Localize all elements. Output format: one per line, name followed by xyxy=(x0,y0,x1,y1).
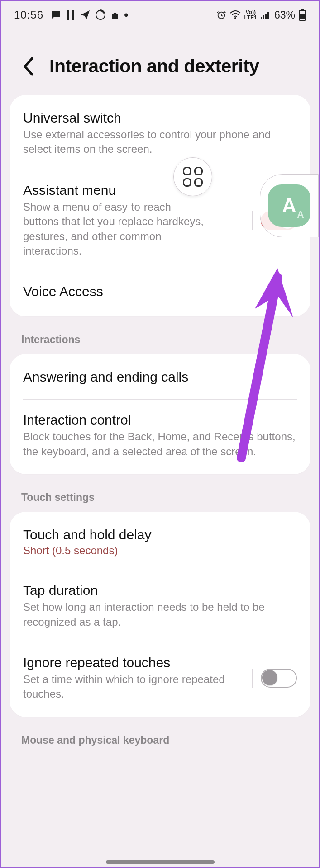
assistant-a-icon: AA xyxy=(268,184,310,227)
pause-icon xyxy=(66,10,75,20)
alarm-icon xyxy=(216,10,226,20)
status-left: 10:56 • xyxy=(14,9,129,21)
touch-hold-title: Touch and hold delay xyxy=(23,527,297,542)
ignore-repeated-title: Ignore repeated touches xyxy=(23,655,246,670)
page-title: Interaction and dexterity xyxy=(49,56,259,77)
signal-icon xyxy=(261,10,271,19)
interaction-control-sub: Block touches for the Back, Home, and Re… xyxy=(23,429,297,459)
section-interactions: Interactions xyxy=(1,316,319,354)
row-voice-access[interactable]: Voice Access xyxy=(10,271,310,314)
floating-assistant-button[interactable]: AA xyxy=(260,174,319,237)
floating-apps-icon[interactable] xyxy=(173,157,212,196)
ignore-repeated-sub: Set a time within which to ignore repeat… xyxy=(23,672,246,702)
svg-rect-6 xyxy=(263,15,264,19)
universal-switch-sub: Use external accessories to control your… xyxy=(23,127,297,157)
answering-calls-title: Answering and ending calls xyxy=(23,369,297,385)
wifi-icon xyxy=(230,10,241,19)
row-interaction-control[interactable]: Interaction control Block touches for th… xyxy=(10,400,310,472)
back-button[interactable] xyxy=(19,57,38,75)
universal-switch-title: Universal switch xyxy=(23,110,297,126)
section-mouse-keyboard: Mouse and physical keyboard xyxy=(1,717,319,746)
svg-rect-8 xyxy=(267,12,269,19)
battery-percent: 63% xyxy=(274,9,295,21)
row-tap-duration[interactable]: Tap duration Set how long an interaction… xyxy=(10,570,310,642)
page-header: Interaction and dexterity xyxy=(1,28,319,95)
svg-rect-5 xyxy=(261,17,262,19)
assistant-menu-title: Assistant menu xyxy=(23,183,246,198)
group-touch-settings: Touch and hold delay Short (0.5 seconds)… xyxy=(10,512,310,717)
assistant-menu-sub: Show a menu of easy-to-reach buttons tha… xyxy=(23,200,204,259)
svg-rect-0 xyxy=(67,10,69,20)
data-saver-icon xyxy=(95,9,106,20)
row-answering-calls[interactable]: Answering and ending calls xyxy=(10,357,310,399)
svg-rect-1 xyxy=(72,10,74,20)
paper-plane-icon xyxy=(80,9,91,20)
interaction-control-title: Interaction control xyxy=(23,412,297,428)
status-time: 10:56 xyxy=(14,9,43,21)
status-bar: 10:56 • Vo))LTE1 63% xyxy=(1,1,319,28)
svg-point-4 xyxy=(234,17,236,19)
group-interactions: Answering and ending calls Interaction c… xyxy=(10,354,310,474)
tap-duration-sub: Set how long an interaction needs to be … xyxy=(23,600,297,629)
section-touch-settings: Touch settings xyxy=(1,474,319,512)
battery-icon xyxy=(299,9,306,21)
svg-rect-7 xyxy=(265,14,267,19)
row-universal-switch[interactable]: Universal switch Use external accessorie… xyxy=(10,98,310,170)
mosque-icon xyxy=(110,10,119,19)
status-right: Vo))LTE1 63% xyxy=(216,9,306,21)
tap-duration-title: Tap duration xyxy=(23,583,297,598)
touch-hold-value: Short (0.5 seconds) xyxy=(23,544,297,557)
voice-access-title: Voice Access xyxy=(23,284,297,299)
gesture-nav-handle[interactable] xyxy=(106,860,215,864)
svg-rect-10 xyxy=(301,9,304,10)
message-icon xyxy=(51,9,62,20)
row-touch-hold-delay[interactable]: Touch and hold delay Short (0.5 seconds) xyxy=(10,514,310,570)
volte-icon: Vo))LTE1 xyxy=(244,9,257,20)
svg-rect-11 xyxy=(300,14,305,19)
ignore-repeated-toggle[interactable] xyxy=(261,669,297,688)
row-ignore-repeated[interactable]: Ignore repeated touches Set a time withi… xyxy=(10,642,310,714)
